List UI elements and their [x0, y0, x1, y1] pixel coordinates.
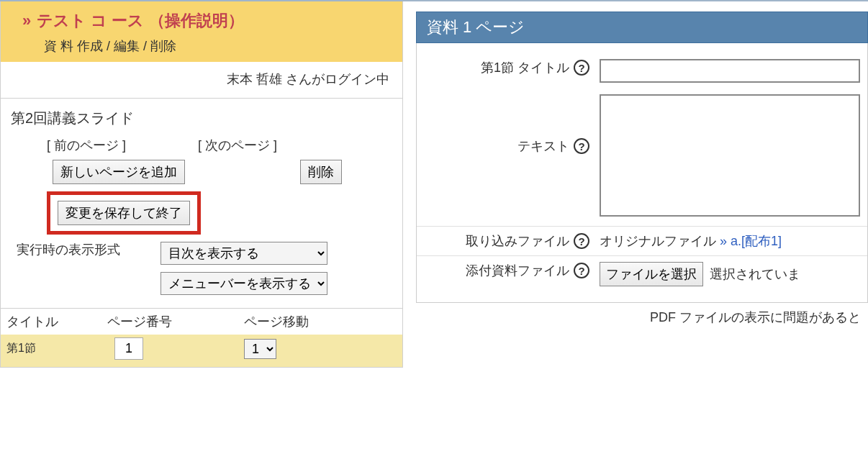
help-icon[interactable]: ? — [574, 233, 589, 249]
right-header: 資料 1 ページ — [416, 12, 868, 43]
display-menu-select[interactable]: メニューバーを表示する — [161, 272, 327, 295]
import-file-row: 取り込みファイル ? オリジナルファイル » a.[配布1] — [417, 226, 867, 255]
import-file-label: 取り込みファイル — [466, 232, 569, 250]
course-header: »テスト コ ース （操作説明） 資 料 作成 / 編集 / 削除 — [1, 1, 402, 62]
section-title-input[interactable] — [600, 59, 860, 83]
right-panel: 資料 1 ページ 第1節 タイトル ? テキスト ? — [403, 1, 868, 368]
help-icon[interactable]: ? — [574, 60, 589, 76]
course-title: »テスト コ ース （操作説明） — [22, 10, 389, 32]
display-format-row: 実行時の表示形式 目次を表示する メニューバーを表示する — [11, 242, 392, 301]
col-title-header: タイトル — [6, 313, 107, 330]
file-not-selected-text: 選択されていま — [710, 267, 800, 281]
save-exit-button[interactable]: 変更を保存して終了 — [58, 201, 190, 225]
button-row: 新しいページを追加 削除 — [11, 160, 392, 184]
text-label: テキスト — [517, 137, 569, 155]
display-format-label: 実行時の表示形式 — [17, 242, 146, 258]
slide-section: 第2回講義スライド [ 前のページ ] [ 次のページ ] 新しいページを追加 … — [1, 99, 402, 308]
add-page-button[interactable]: 新しいページを追加 — [53, 160, 185, 184]
page-nav-row: [ 前のページ ] [ 次のページ ] — [11, 137, 392, 154]
section-title-row: 第1節 タイトル ? — [417, 53, 867, 88]
chevron-icon: » — [22, 12, 31, 29]
file-select-button[interactable]: ファイルを選択 — [600, 262, 703, 286]
import-file-link[interactable]: » a.[配布1] — [720, 234, 782, 248]
import-file-prefix: オリジナルファイル — [600, 234, 720, 248]
col-pagemove-header: ページ移動 — [244, 313, 397, 330]
prev-page-link[interactable]: [ 前のページ ] — [47, 137, 126, 154]
delete-button[interactable]: 削除 — [300, 160, 342, 184]
display-toc-select[interactable]: 目次を表示する — [161, 242, 327, 265]
left-panel: »テスト コ ース （操作説明） 資 料 作成 / 編集 / 削除 末本 哲雄 … — [0, 1, 403, 368]
help-icon[interactable]: ? — [574, 263, 589, 278]
page-move-select[interactable]: 1 — [244, 339, 276, 359]
pdf-note: PDF ファイルの表示に問題があると — [416, 303, 868, 326]
attach-file-row: 添付資料ファイル ? ファイルを選択 選択されていま — [417, 255, 867, 292]
page-num-input[interactable] — [114, 337, 143, 360]
section-name: 第1節 — [6, 341, 107, 356]
course-title-text: テスト コ ース （操作説明） — [37, 12, 243, 29]
title-table-row: 第1節 1 — [1, 335, 402, 367]
help-icon[interactable]: ? — [574, 138, 589, 154]
attach-file-label: 添付資料ファイル — [466, 262, 569, 279]
save-exit-highlight: 変更を保存して終了 — [47, 191, 201, 235]
login-status: 末本 哲雄 さんがログイン中 — [1, 62, 402, 99]
next-page-link[interactable]: [ 次のページ ] — [198, 137, 277, 154]
course-subtitle: 資 料 作成 / 編集 / 削除 — [22, 37, 389, 55]
text-row: テキスト ? — [417, 88, 867, 226]
col-pagenum-header: ページ番号 — [107, 313, 244, 330]
section-title-label: 第1節 タイトル — [481, 59, 569, 76]
text-textarea[interactable] — [600, 94, 860, 217]
slide-title: 第2回講義スライド — [11, 109, 392, 128]
title-table-header: タイトル ページ番号 ページ移動 — [1, 308, 402, 335]
form-area: 第1節 タイトル ? テキスト ? 取り込みファイル — [416, 43, 868, 303]
